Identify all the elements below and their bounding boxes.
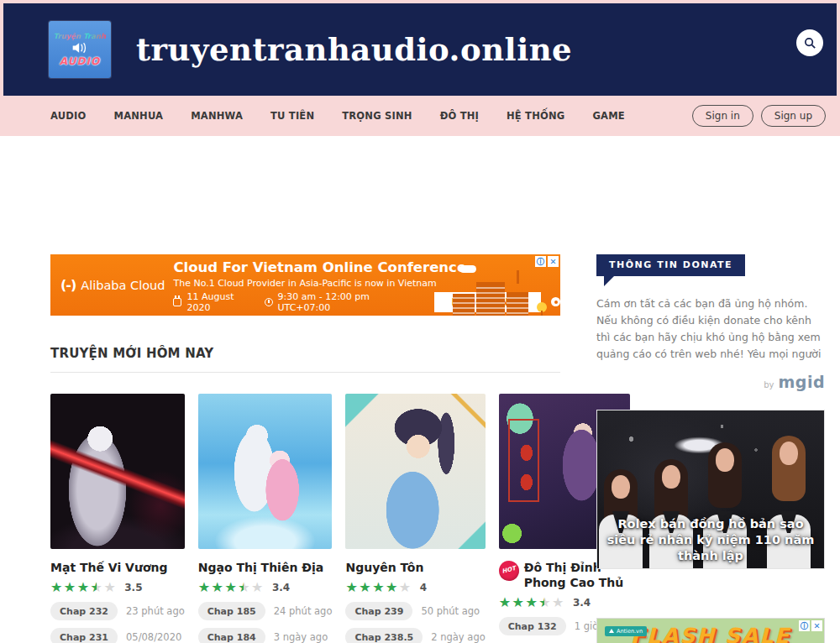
ad-banner-time: 9:30 am - 12:00 pm UTC+07:00: [278, 291, 423, 313]
mgid-smile-icon: ˘: [826, 0, 832, 8]
alibaba-brand-mark-icon: (-): [60, 277, 76, 293]
search-icon: [803, 36, 817, 50]
site-logo[interactable]: Truyện Tranh AUDIO: [49, 21, 111, 78]
nav-item-manhua[interactable]: MANHUA: [114, 110, 164, 122]
sign-in-button[interactable]: Sign in: [692, 105, 753, 127]
ad-info-icon[interactable]: ⓘ: [799, 620, 810, 631]
comic-title-text: Mạt Thế Vi Vương: [50, 560, 168, 575]
ad-close-icon[interactable]: ✕: [548, 256, 559, 267]
rating-row: ★★★★★★★★★★ 3.5: [50, 581, 185, 594]
chapter-row: Chap 23950 phút ago: [345, 602, 485, 620]
alibaba-cloud-logo: (-) Alibaba Cloud: [50, 277, 173, 293]
location-pin-icon: [551, 297, 560, 306]
main-column: (-) Alibaba Cloud Cloud For Vietnam Onli…: [50, 254, 560, 643]
logo-text-top: Truyện Tranh: [54, 32, 106, 40]
chapter-badge[interactable]: Chap 132: [499, 617, 566, 635]
mgid-attribution[interactable]: by mgid˘: [596, 373, 825, 391]
comic-title[interactable]: Ngạo Thị Thiên Địa: [198, 560, 333, 575]
comics-grid: Mạt Thế Vi Vương ★★★★★★★★★★ 3.5 Chap 232…: [50, 394, 560, 643]
chapter-badge[interactable]: Chap 231: [50, 628, 118, 643]
comic-title[interactable]: Mạt Thế Vi Vương: [50, 560, 185, 575]
site-title[interactable]: truyentranhaudio.online: [136, 31, 572, 68]
nav-item-tu-tien[interactable]: TU TIÊN: [270, 110, 314, 122]
nav-item-manhwa[interactable]: MANHWA: [191, 110, 243, 122]
chapter-list: Chap 18524 phút agoChap 1843 ngày ago: [198, 602, 333, 643]
chapter-badge[interactable]: Chap 238.5: [345, 628, 423, 643]
comic-cover[interactable]: [345, 394, 485, 549]
chapter-list: Chap 23950 phút agoChap 238.52 ngày ago: [345, 602, 485, 643]
comic-card: Mạt Thế Vi Vương ★★★★★★★★★★ 3.5 Chap 232…: [50, 394, 185, 643]
chapter-row: Chap 23105/08/2020: [50, 628, 185, 643]
search-button[interactable]: [796, 29, 823, 56]
tree-shape: [537, 302, 547, 312]
ad-close-icon[interactable]: ✕: [811, 620, 822, 631]
chapter-time: 2 ngày ago: [431, 631, 485, 643]
sidebar: THÔNG TIN DONATE Cám ơn tất cả các bạn đ…: [596, 254, 825, 643]
comic-card: Nguyên Tôn ★★★★★★★★★★ 4 Chap 23950 phút …: [345, 394, 485, 643]
comic-card: Ngạo Thị Thiên Địa ★★★★★★★★★★ 3.4 Chap 1…: [198, 394, 333, 643]
star-rating-icon: ★★★★★★★★★★: [499, 596, 565, 609]
cloud-shape: [459, 265, 476, 273]
rating-value: 3.4: [272, 582, 290, 593]
nav-item-game[interactable]: GAME: [592, 110, 624, 122]
rating-row: ★★★★★★★★★★ 4: [345, 581, 485, 594]
chapter-time: 50 phút ago: [421, 605, 480, 617]
ad-banner-date: 11 August 2020: [186, 291, 259, 313]
sign-up-button[interactable]: Sign up: [761, 105, 826, 127]
nav-item-o-thi[interactable]: ĐÔ THỊ: [440, 110, 479, 122]
star-rating-icon: ★★★★★★★★★★: [198, 581, 265, 594]
mgid-logo: mgid: [778, 373, 825, 391]
site-header: Truyện Tranh AUDIO truyentranhaudio.onli…: [0, 0, 840, 96]
auth-buttons: Sign in Sign up: [692, 105, 826, 127]
section-title: TRUYỆN MỚI HÔM NAY: [50, 346, 560, 361]
ad-controls: ⓘ ✕: [535, 256, 559, 267]
clock-icon: [265, 298, 273, 306]
calendar-icon: [173, 298, 181, 306]
nav-items: AUDIOMANHUAMANHWATU TIÊNTRỌNG SINHĐÔ THỊ…: [50, 110, 625, 122]
main-nav: AUDIOMANHUAMANHWATU TIÊNTRỌNG SINHĐÔ THỊ…: [0, 96, 840, 136]
chapter-time: 23 phút ago: [126, 605, 185, 617]
chapter-badge[interactable]: Chap 184: [198, 628, 265, 643]
hot-badge: HOT: [496, 558, 521, 583]
alibaba-brand-name: Alibaba Cloud: [81, 279, 165, 292]
donate-title-ribbon: THÔNG TIN DONATE: [596, 254, 745, 276]
chapter-row: Chap 23223 phút ago: [50, 602, 185, 620]
ad-banner-city-art: [453, 265, 552, 316]
ad-info-icon[interactable]: ⓘ: [535, 256, 546, 267]
content-area: (-) Alibaba Cloud Cloud For Vietnam Onli…: [0, 254, 840, 643]
native-ad-caption[interactable]: Rolex bán đồng hồ bản sao siêu rẻ nhân k…: [602, 516, 819, 564]
chapter-badge[interactable]: Chap 239: [345, 602, 412, 620]
chapter-row: Chap 1843 ngày ago: [198, 628, 333, 643]
mgid-by-label: by: [764, 380, 774, 389]
comic-title-text: Ngạo Thị Thiên Địa: [198, 560, 324, 575]
chapter-list: Chap 23223 phút agoChap 23105/08/2020: [50, 602, 185, 643]
rating-value: 3.4: [573, 597, 591, 609]
rating-value: 3.5: [124, 582, 142, 593]
flash-sale-title: FLASH SALE: [631, 625, 790, 643]
nav-item-trong-sinh[interactable]: TRỌNG SINH: [342, 110, 412, 122]
logo-text-audio: AUDIO: [60, 55, 100, 67]
comic-cover[interactable]: [50, 394, 185, 549]
flash-sale-ad[interactable]: Antien.vn ⓘ ✕ FLASH SALE XEM NGAY: [596, 618, 825, 643]
ad-controls: ⓘ ✕: [799, 620, 822, 631]
chapter-row: Chap 238.52 ngày ago: [345, 628, 485, 643]
nav-item-audio[interactable]: AUDIO: [50, 110, 87, 122]
comic-title[interactable]: Nguyên Tôn: [345, 560, 485, 575]
rating-value: 4: [420, 582, 427, 593]
star-rating-icon: ★★★★★★★★★★: [50, 581, 117, 594]
comic-cover[interactable]: [198, 394, 333, 549]
donate-text: Cám ơn tất cả các bạn đã ủng hộ nhóm. Nế…: [596, 295, 825, 363]
chapter-time: 24 phút ago: [274, 605, 333, 617]
chapter-time: 05/08/2020: [126, 631, 181, 643]
chapter-badge[interactable]: Chap 232: [50, 602, 118, 620]
nav-item-he-thong[interactable]: HỆ THỐNG: [507, 110, 564, 122]
chapter-time: 3 ngày ago: [274, 631, 328, 643]
speaker-icon: [71, 41, 88, 55]
star-rating-icon: ★★★★★★★★★★: [345, 581, 412, 594]
rolex-native-ad[interactable]: Rolex bán đồng hồ bản sao siêu rẻ nhân k…: [596, 410, 825, 569]
chapter-badge[interactable]: Chap 185: [198, 602, 265, 620]
alibaba-ad-banner[interactable]: (-) Alibaba Cloud Cloud For Vietnam Onli…: [50, 254, 560, 316]
rating-row: ★★★★★★★★★★ 3.4: [198, 581, 333, 594]
chapter-row: Chap 18524 phút ago: [198, 602, 333, 620]
section-divider: [50, 372, 560, 373]
